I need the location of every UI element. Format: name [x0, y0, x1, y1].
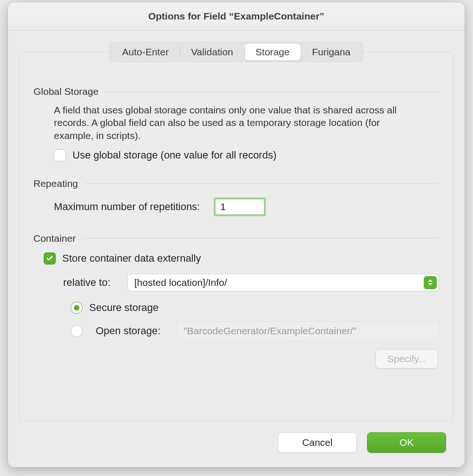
relative-to-value: [hosted location]/Info/	[134, 277, 227, 288]
store-externally-row: Store container data externally	[44, 252, 439, 264]
relative-to-dropdown[interactable]: [hosted location]/Info/	[127, 274, 439, 291]
group-global-storage: Global Storage A field that uses global …	[33, 86, 439, 161]
open-storage-label: Open storage:	[96, 325, 170, 337]
container-heading: Container	[33, 233, 76, 244]
divider	[85, 183, 439, 184]
global-storage-description: A field that uses global storage contain…	[54, 104, 407, 142]
tab-strip: Auto-Enter Validation Storage Furigana	[109, 42, 364, 62]
secure-storage-row: Secure storage	[71, 302, 439, 314]
tab-validation[interactable]: Validation	[180, 44, 244, 60]
repeating-heading: Repeating	[33, 178, 78, 189]
tab-panel: Global Storage A field that uses global …	[19, 52, 453, 421]
open-storage-path-value: "BarcodeGenerator/ExampleContainer/"	[184, 325, 356, 337]
global-storage-heading: Global Storage	[33, 86, 99, 97]
secure-storage-label: Secure storage	[89, 302, 158, 314]
dialog-window: Options for Field “ExampleContainer” Aut…	[8, 2, 465, 467]
open-storage-row: Open storage: "BarcodeGenerator/ExampleC…	[71, 321, 439, 341]
relative-to-label: relative to:	[63, 277, 119, 289]
use-global-label: Use global storage (one value for all re…	[72, 149, 276, 161]
use-global-row: Use global storage (one value for all re…	[54, 149, 439, 161]
cancel-button[interactable]: Cancel	[278, 432, 357, 453]
dialog-footer: Cancel OK	[278, 432, 446, 453]
tab-storage[interactable]: Storage	[244, 44, 301, 60]
max-repetitions-label: Maximum number of repetitions:	[54, 201, 200, 213]
use-global-checkbox[interactable]	[54, 149, 66, 161]
group-header: Container	[33, 233, 439, 244]
group-header: Global Storage	[33, 86, 439, 97]
chevron-up-down-icon	[424, 276, 437, 289]
group-container: Container Store container data externall…	[33, 233, 439, 369]
divider	[106, 92, 439, 92]
specify-button[interactable]: Specify...	[375, 349, 438, 369]
open-storage-radio[interactable]	[71, 325, 83, 337]
max-repetitions-row: Maximum number of repetitions: 1	[54, 198, 439, 216]
storage-panel-body: Global Storage A field that uses global …	[33, 86, 439, 410]
relative-to-row: relative to: [hosted location]/Info/	[63, 274, 439, 291]
max-repetitions-input[interactable]: 1	[214, 198, 266, 216]
tab-furigana[interactable]: Furigana	[301, 44, 361, 60]
secure-storage-radio[interactable]	[71, 302, 83, 314]
store-externally-checkbox[interactable]	[44, 252, 56, 264]
ok-button[interactable]: OK	[367, 432, 446, 453]
dialog-content: Auto-Enter Validation Storage Furigana G…	[8, 31, 465, 467]
store-externally-label: Store container data externally	[62, 252, 201, 264]
max-repetitions-value: 1	[220, 201, 226, 212]
dialog-title: Options for Field “ExampleContainer”	[8, 2, 465, 31]
open-storage-path-field: "BarcodeGenerator/ExampleContainer/"	[177, 321, 439, 341]
group-header: Repeating	[33, 178, 439, 189]
specify-row: Specify...	[33, 349, 439, 369]
group-repeating: Repeating Maximum number of repetitions:…	[33, 178, 439, 216]
divider	[83, 238, 439, 238]
tab-auto-enter[interactable]: Auto-Enter	[111, 44, 180, 60]
